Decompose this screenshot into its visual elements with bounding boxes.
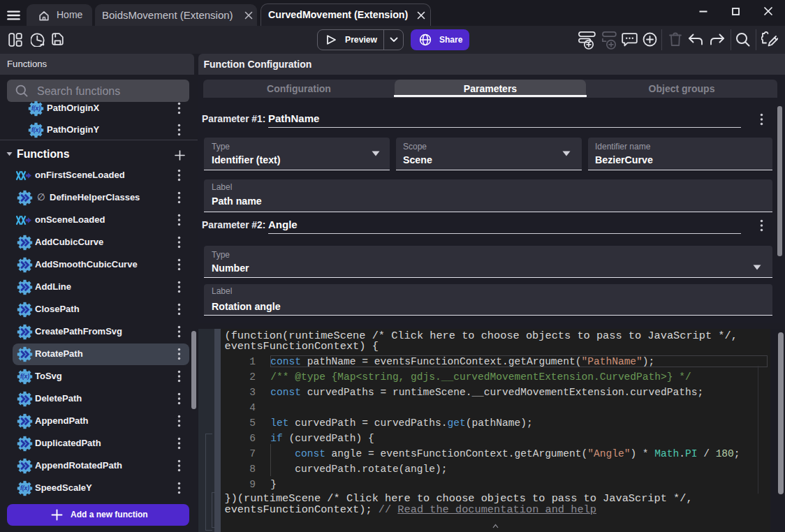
svg-text:f(x): f(x) — [20, 373, 29, 380]
svg-text:f(x): f(x) — [31, 126, 41, 133]
svg-text:f(x): f(x) — [20, 485, 29, 492]
svg-text:f(x): f(x) — [31, 105, 41, 112]
